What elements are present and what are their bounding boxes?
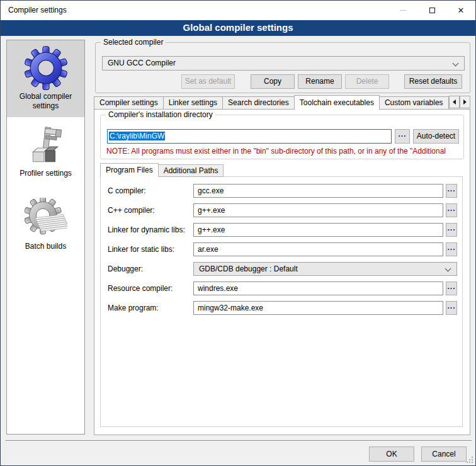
window-controls: ✕ (388, 1, 475, 20)
browse-button[interactable]: ... (446, 301, 457, 315)
program-files-tabstrip: Program FilesAdditional Paths (100, 163, 223, 177)
sidebar-item-global-compiler-settings[interactable]: Global compiler settings (7, 40, 84, 117)
program-files-panel: C compiler: gcc.exe ... C++ compiler: g+… (100, 176, 463, 427)
toolchain-executables-panel: Compiler's installation directory C:\ray… (94, 109, 470, 435)
tab-custom-variables[interactable]: Custom variables (379, 96, 449, 110)
c-compiler-input[interactable]: gcc.exe (193, 184, 443, 198)
static-linker-input[interactable]: ar.exe (193, 242, 443, 256)
settings-tabstrip: Compiler settingsLinker settingsSearch d… (94, 95, 470, 110)
tab-search-directories[interactable]: Search directories (222, 96, 295, 110)
field-label: Debugger: (108, 262, 143, 276)
titlebar: Compiler settings ✕ (1, 1, 475, 20)
arrow-left-icon (453, 99, 456, 105)
browse-button[interactable]: ... (446, 223, 457, 237)
installation-directory-input[interactable]: C:\raylib\MinGW (107, 129, 392, 144)
sidebar-item-profiler-settings[interactable]: Profiler settings (7, 117, 84, 188)
copy-button[interactable]: Copy (251, 74, 295, 89)
minimize-icon (400, 10, 406, 11)
delete-button[interactable]: Delete (345, 74, 389, 89)
maximize-button[interactable] (417, 1, 446, 20)
chevron-down-icon (445, 266, 451, 272)
close-icon: ✕ (458, 6, 465, 14)
debugger-value: GDB/CDB debugger : Default (199, 264, 298, 273)
static-linker-row: Linker for static libs: ar.exe ... (101, 242, 462, 257)
field-label: C++ compiler: (108, 203, 155, 218)
browse-directory-button[interactable]: ... (395, 129, 410, 144)
cancel-button[interactable]: Cancel (421, 446, 467, 462)
tab-program-files[interactable]: Program Files (100, 163, 159, 177)
debugger-dropdown[interactable]: GDB/CDB debugger : Default (193, 262, 457, 276)
caliper-icon (25, 126, 67, 168)
installation-note: NOTE: All programs must exist either in … (106, 147, 462, 156)
page-title: Global compiler settings (1, 20, 475, 36)
field-label: Linker for static libs: (108, 242, 174, 257)
field-label: C compiler: (108, 184, 146, 198)
gear-blue-icon (23, 45, 69, 91)
arrow-right-icon (463, 99, 467, 105)
browse-button[interactable]: ... (446, 281, 457, 295)
selected-compiler-dropdown[interactable]: GNU GCC Compiler (102, 56, 465, 71)
tab-additional-paths[interactable]: Additional Paths (158, 164, 224, 177)
minimize-button[interactable] (388, 1, 417, 20)
selected-text: C:\raylib\MinGW (109, 132, 165, 140)
debugger-row: Debugger: GDB/CDB debugger : Default (101, 262, 462, 276)
resize-grip[interactable] (467, 457, 468, 458)
field-label: Resource compiler: (108, 281, 173, 296)
make-program-row: Make program: mingw32-make.exe ... (101, 301, 462, 315)
selected-compiler-group: Selected compiler GNU GCC Compiler Set a… (95, 42, 470, 93)
auto-detect-button[interactable]: Auto-detect (413, 129, 459, 144)
browse-button[interactable]: ... (446, 242, 457, 256)
group-label: Selected compiler (101, 38, 166, 47)
dynamic-linker-input[interactable]: g++.exe (193, 223, 443, 237)
c-compiler-row: C compiler: gcc.exe ... (101, 184, 462, 198)
tab-scroll-right-button[interactable] (460, 96, 470, 108)
field-label: Linker for dynamic libs: (108, 223, 185, 237)
make-program-input[interactable]: mingw32-make.exe (193, 301, 443, 315)
sidebar-item-label: Profiler settings (7, 168, 84, 183)
sidebar-item-label: Batch builds (7, 241, 84, 256)
group-label: Compiler's installation directory (106, 110, 215, 120)
resource-compiler-row: Resource compiler: windres.exe ... (101, 281, 462, 296)
cpp-compiler-row: C++ compiler: g++.exe ... (101, 203, 462, 218)
dynamic-linker-row: Linker for dynamic libs: g++.exe ... (101, 223, 462, 237)
selected-compiler-value: GNU GCC Compiler (108, 59, 176, 67)
set-as-default-button[interactable]: Set as default (181, 74, 235, 89)
footer-separator (6, 440, 472, 441)
compiler-settings-dialog: Compiler settings ✕ Global compiler sett… (0, 0, 476, 466)
field-label: Make program: (108, 301, 159, 315)
browse-button[interactable]: ... (446, 184, 457, 198)
ok-button[interactable]: OK (369, 446, 414, 462)
window-title: Compiler settings (8, 1, 67, 20)
sidebar-item-batch-builds[interactable]: Batch builds (7, 188, 84, 258)
cpp-compiler-input[interactable]: g++.exe (193, 203, 443, 217)
sidebar-item-label: Global compiler settings (7, 91, 84, 116)
resource-compiler-input[interactable]: windres.exe (193, 281, 443, 295)
browse-button[interactable]: ... (446, 203, 457, 217)
chevron-down-icon (453, 60, 459, 67)
tab-linker-settings[interactable]: Linker settings (163, 96, 223, 110)
settings-category-sidebar: Global compiler settings Profiler settin… (6, 40, 85, 435)
close-button[interactable]: ✕ (446, 1, 475, 20)
maximize-icon (429, 8, 435, 13)
tab-toolchain-executables[interactable]: Toolchain executables (294, 95, 380, 110)
tab-compiler-settings[interactable]: Compiler settings (94, 96, 164, 110)
tab-scroll-left-button[interactable] (449, 96, 460, 108)
gear-papers-icon (25, 198, 67, 241)
rename-button[interactable]: Rename (298, 74, 342, 89)
installation-directory-group: Compiler's installation directory C:\ray… (100, 115, 464, 159)
reset-defaults-button[interactable]: Reset defaults (404, 74, 462, 89)
